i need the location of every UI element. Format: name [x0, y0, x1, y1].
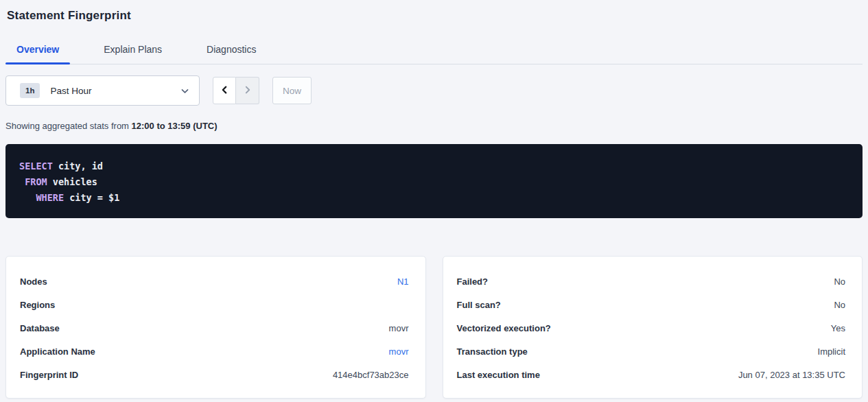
chevron-down-icon: [180, 86, 189, 95]
application-name-link[interactable]: movr: [389, 346, 409, 357]
sql-keyword: WHERE: [36, 192, 64, 203]
chevron-right-icon: [243, 85, 253, 97]
previous-time-button[interactable]: [213, 77, 236, 104]
card-row-database: Database movr: [20, 316, 409, 340]
sql-text: vehicles: [47, 176, 97, 187]
card-row-transaction-type: Transaction type Implicit: [457, 340, 846, 363]
row-value: Implicit: [818, 346, 845, 357]
row-label: Nodes: [20, 276, 47, 287]
card-row-fingerprint-id: Fingerprint ID 414e4bcf73ab23ce: [20, 363, 409, 386]
tab-diagnostics[interactable]: Diagnostics: [196, 40, 267, 64]
sql-indent: [19, 176, 25, 187]
time-pager: [213, 77, 259, 104]
tab-explain-plans[interactable]: Explain Plans: [93, 40, 173, 64]
card-row-application-name: Application Name movr: [20, 340, 409, 363]
execution-attributes-card: Failed? No Full scan? No Vectorized exec…: [443, 256, 863, 399]
row-label: Last execution time: [457, 370, 540, 380]
row-label: Regions: [20, 300, 55, 310]
sql-text: city, id: [53, 161, 103, 172]
sql-text: city = $1: [64, 192, 119, 203]
nodes-link[interactable]: N1: [397, 276, 409, 287]
time-picker-row: 1h Past Hour Now: [5, 75, 863, 106]
card-row-vectorized-execution: Vectorized execution? Yes: [457, 316, 846, 340]
sql-statement-box: SELECT city, id FROM vehicles WHERE city…: [5, 144, 863, 218]
stats-caption-prefix: Showing aggregated stats from: [5, 121, 129, 131]
row-label: Database: [20, 323, 60, 333]
sql-keyword: SELECT: [19, 161, 53, 172]
row-value: Yes: [831, 323, 845, 333]
time-range-dropdown[interactable]: 1h Past Hour: [5, 75, 200, 106]
row-label: Transaction type: [457, 346, 528, 357]
tab-overview[interactable]: Overview: [5, 40, 70, 64]
summary-cards: Nodes N1 Regions Database movr Applicati…: [5, 256, 863, 399]
sql-keyword: FROM: [25, 176, 47, 187]
chevron-left-icon: [220, 85, 229, 97]
stats-caption-range: 12:00 to 13:59 (UTC): [132, 121, 218, 131]
card-row-regions: Regions: [20, 293, 409, 316]
statement-details-card: Nodes N1 Regions Database movr Applicati…: [5, 256, 426, 399]
row-value: No: [834, 300, 845, 310]
row-label: Vectorized execution?: [457, 323, 551, 333]
row-value: 414e4bcf73ab23ce: [333, 370, 409, 380]
page-title: Statement Fingerprint: [5, 0, 863, 23]
card-row-full-scan: Full scan? No: [457, 293, 846, 316]
card-row-last-execution-time: Last execution time Jun 07, 2023 at 13:3…: [457, 363, 846, 386]
row-value: movr: [389, 323, 409, 333]
statement-fingerprint-page: Statement Fingerprint Overview Explain P…: [0, 0, 868, 399]
time-preset-label: Past Hour: [50, 86, 91, 96]
time-preset-badge: 1h: [20, 83, 40, 98]
row-label: Application Name: [20, 346, 95, 357]
card-row-failed: Failed? No: [457, 270, 846, 293]
aggregated-stats-caption: Showing aggregated stats from 12:00 to 1…: [5, 121, 863, 131]
row-value: Jun 07, 2023 at 13:35 UTC: [738, 370, 845, 380]
row-label: Fingerprint ID: [20, 370, 78, 380]
now-button[interactable]: Now: [272, 77, 312, 104]
row-label: Full scan?: [457, 300, 501, 310]
card-row-nodes: Nodes N1: [20, 270, 409, 293]
tab-bar: Overview Explain Plans Diagnostics: [5, 40, 863, 64]
sql-indent: [19, 192, 36, 203]
row-label: Failed?: [457, 276, 489, 287]
row-value: No: [834, 276, 845, 287]
next-time-button[interactable]: [236, 77, 259, 104]
